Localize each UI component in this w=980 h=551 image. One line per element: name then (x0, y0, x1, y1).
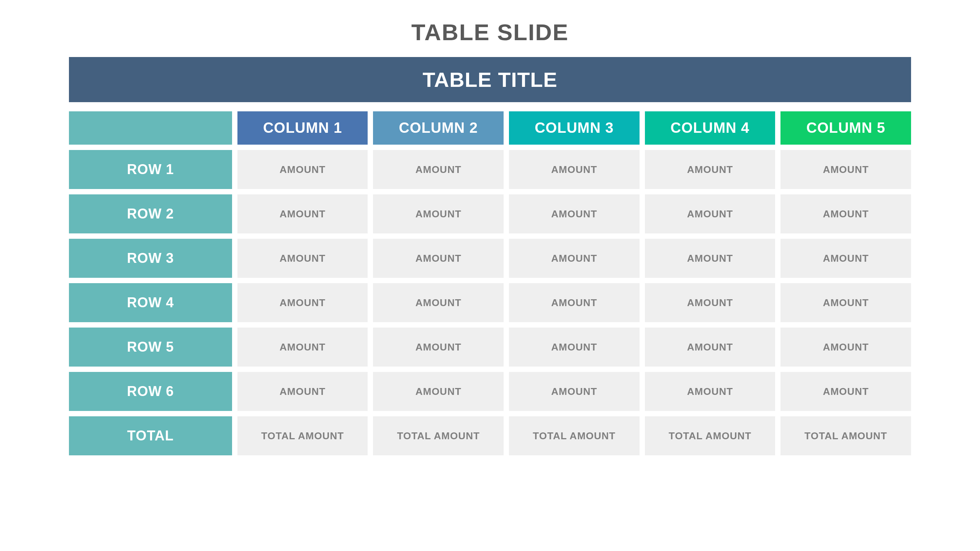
table-cell: AMOUNT (509, 328, 640, 367)
table-cell: AMOUNT (237, 283, 368, 322)
table-row: ROW 5 AMOUNT AMOUNT AMOUNT AMOUNT AMOUNT (69, 328, 911, 367)
table-cell: AMOUNT (237, 150, 368, 189)
table-row: ROW 1 AMOUNT AMOUNT AMOUNT AMOUNT AMOUNT (69, 150, 911, 189)
table-cell: AMOUNT (373, 372, 504, 411)
table-cell: AMOUNT (780, 150, 911, 189)
table-row: ROW 6 AMOUNT AMOUNT AMOUNT AMOUNT AMOUNT (69, 372, 911, 411)
row-label: ROW 3 (69, 239, 232, 278)
table-cell: AMOUNT (645, 150, 775, 189)
table-cell: AMOUNT (373, 283, 504, 322)
table-cell: AMOUNT (509, 239, 640, 278)
column-header-row: COLUMN 1 COLUMN 2 COLUMN 3 COLUMN 4 COLU… (69, 111, 911, 145)
column-header: COLUMN 1 (237, 111, 368, 145)
table-cell: AMOUNT (237, 194, 368, 233)
column-header: COLUMN 4 (645, 111, 775, 145)
column-header: COLUMN 3 (509, 111, 640, 145)
table-cell: AMOUNT (237, 372, 368, 411)
table-total-cell: TOTAL AMOUNT (509, 416, 640, 455)
table-row: ROW 2 AMOUNT AMOUNT AMOUNT AMOUNT AMOUNT (69, 194, 911, 233)
table-cell: AMOUNT (373, 150, 504, 189)
table-cell: AMOUNT (509, 194, 640, 233)
table-cell: AMOUNT (780, 194, 911, 233)
row-header-blank (69, 111, 232, 145)
table-total-cell: TOTAL AMOUNT (780, 416, 911, 455)
row-label: ROW 5 (69, 328, 232, 367)
table-cell: AMOUNT (509, 150, 640, 189)
table-cell: AMOUNT (645, 328, 775, 367)
table-total-cell: TOTAL AMOUNT (645, 416, 775, 455)
row-label: ROW 4 (69, 283, 232, 322)
table-cell: AMOUNT (373, 328, 504, 367)
table-cell: AMOUNT (237, 328, 368, 367)
row-label: ROW 2 (69, 194, 232, 233)
slide-title: TABLE SLIDE (411, 19, 569, 46)
column-header: COLUMN 2 (373, 111, 504, 145)
table-cell: AMOUNT (780, 328, 911, 367)
table-cell: AMOUNT (645, 239, 775, 278)
row-label: ROW 6 (69, 372, 232, 411)
table-row: ROW 4 AMOUNT AMOUNT AMOUNT AMOUNT AMOUNT (69, 283, 911, 322)
row-label: ROW 1 (69, 150, 232, 189)
table-title: TABLE TITLE (69, 57, 911, 102)
table-cell: AMOUNT (509, 372, 640, 411)
table-cell: AMOUNT (373, 194, 504, 233)
table: TABLE TITLE COLUMN 1 COLUMN 2 COLUMN 3 C… (69, 57, 911, 455)
table-cell: AMOUNT (373, 239, 504, 278)
table-total-cell: TOTAL AMOUNT (373, 416, 504, 455)
table-total-cell: TOTAL AMOUNT (237, 416, 368, 455)
table-cell: AMOUNT (645, 372, 775, 411)
table-total-row: TOTAL TOTAL AMOUNT TOTAL AMOUNT TOTAL AM… (69, 416, 911, 455)
table-cell: AMOUNT (780, 239, 911, 278)
table-cell: AMOUNT (237, 239, 368, 278)
row-label-total: TOTAL (69, 416, 232, 455)
column-header: COLUMN 5 (780, 111, 911, 145)
table-cell: AMOUNT (780, 372, 911, 411)
table-row: ROW 3 AMOUNT AMOUNT AMOUNT AMOUNT AMOUNT (69, 239, 911, 278)
slide: TABLE SLIDE TABLE TITLE COLUMN 1 COLUMN … (0, 0, 980, 551)
table-cell: AMOUNT (645, 283, 775, 322)
table-cell: AMOUNT (645, 194, 775, 233)
table-cell: AMOUNT (780, 283, 911, 322)
table-cell: AMOUNT (509, 283, 640, 322)
